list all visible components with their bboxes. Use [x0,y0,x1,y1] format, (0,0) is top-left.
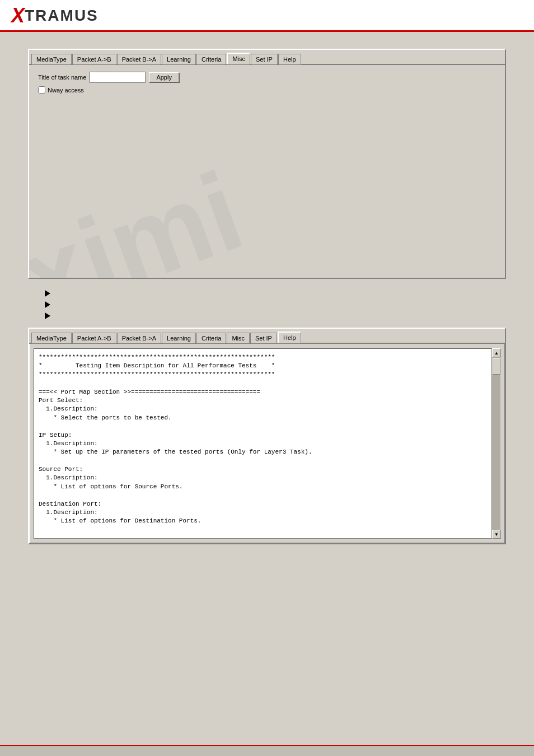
panel-1: MediaType Packet A->B Packet B->A Learni… [28,49,506,279]
nway-label: Nway access [48,87,84,94]
help-line-7: * Select the ports to be tested. [39,414,489,422]
tab-setip-1[interactable]: Set IP [251,54,278,64]
tab-packetab-1[interactable]: Packet A->B [72,54,116,64]
help-line-6: 1.Description: [39,405,489,413]
help-lines: ****************************************… [39,353,489,526]
tab-learning-1[interactable]: Learning [162,54,196,64]
title-input[interactable] [90,72,146,83]
tab-learning-2[interactable]: Learning [162,333,196,343]
title-label: Title of task name [38,74,86,81]
bullet-item-3 [45,312,506,319]
bullet-list [28,290,506,319]
scrollbar-thumb[interactable] [493,358,500,375]
help-line-13: Source Port: [39,465,489,474]
scroll-up-btn[interactable]: ▲ [492,348,501,357]
help-line-9: IP Setup: [39,431,489,440]
footer [0,745,534,756]
tab-criteria-1[interactable]: Criteria [196,54,226,64]
arrow-icon-3 [45,312,50,319]
panel-body-2: ****************************************… [29,344,505,543]
watermark-1: ximi [29,65,505,278]
tab-help-2[interactable]: Help [278,332,301,343]
help-line-12 [39,457,489,465]
apply-button[interactable]: Apply [149,72,179,82]
bullet-item-2 [45,301,506,308]
tab-criteria-2[interactable]: Criteria [196,333,226,343]
tab-packetab-2[interactable]: Packet A->B [72,333,116,343]
watermark-svg-1: ximi [29,65,505,278]
tab-misc-2[interactable]: Misc [227,333,250,343]
help-line-1: * Testing Item Description for All Perfo… [39,362,489,370]
panel-body-1: Title of task name Apply Nway access xim… [29,65,505,278]
arrow-icon-1 [45,290,50,297]
help-text-area: ****************************************… [34,348,500,539]
tab-mediatype-1[interactable]: MediaType [31,54,72,64]
help-line-3 [39,379,489,388]
scrollbar-track [492,357,500,530]
logo-x: X [11,6,25,26]
nway-checkbox[interactable] [38,86,45,94]
tab-misc-1[interactable]: Misc [227,53,250,64]
tab-packetba-1[interactable]: Packet B->A [117,54,161,64]
help-line-2: ****************************************… [39,371,489,379]
help-content-wrapper: ****************************************… [34,348,500,539]
help-line-5: Port Select: [39,396,489,405]
help-line-19: * List of options for Destination Ports. [39,517,489,525]
help-line-4: ===<< Port Map Section >>===============… [39,388,489,396]
tab-bar-2: MediaType Packet A->B Packet B->A Learni… [29,329,505,344]
help-line-17: Destination Port: [39,500,489,508]
tab-packetba-2[interactable]: Packet B->A [117,333,161,343]
title-form-row: Title of task name Apply [38,72,496,83]
nway-checkbox-row: Nway access [38,86,496,94]
scroll-down-btn[interactable]: ▼ [492,530,501,539]
tab-setip-2[interactable]: Set IP [250,333,277,343]
help-line-10: 1.Description: [39,440,489,448]
arrow-icon-2 [45,301,50,308]
tab-bar-1: MediaType Packet A->B Packet B->A Learni… [29,50,505,65]
help-line-15: * List of options for Source Ports. [39,483,489,491]
tab-help-1[interactable]: Help [278,54,301,64]
logo-tramus: TRAMUS [25,7,99,25]
help-line-14: 1.Description: [39,474,489,482]
help-line-0: ****************************************… [39,353,489,362]
help-line-8 [39,422,489,431]
help-line-16 [39,491,489,500]
help-line-11: * Set up the IP parameters of the tested… [39,448,489,456]
tab-mediatype-2[interactable]: MediaType [31,333,72,343]
main-content: MediaType Packet A->B Packet B->A Learni… [0,32,534,572]
panel-2: MediaType Packet A->B Packet B->A Learni… [28,328,506,544]
scrollbar: ▲ ▼ [491,348,500,539]
bullet-item-1 [45,290,506,297]
help-line-18: 1.Description: [39,508,489,517]
svg-text:ximi: ximi [29,148,257,278]
header: XTRAMUS [0,0,534,32]
